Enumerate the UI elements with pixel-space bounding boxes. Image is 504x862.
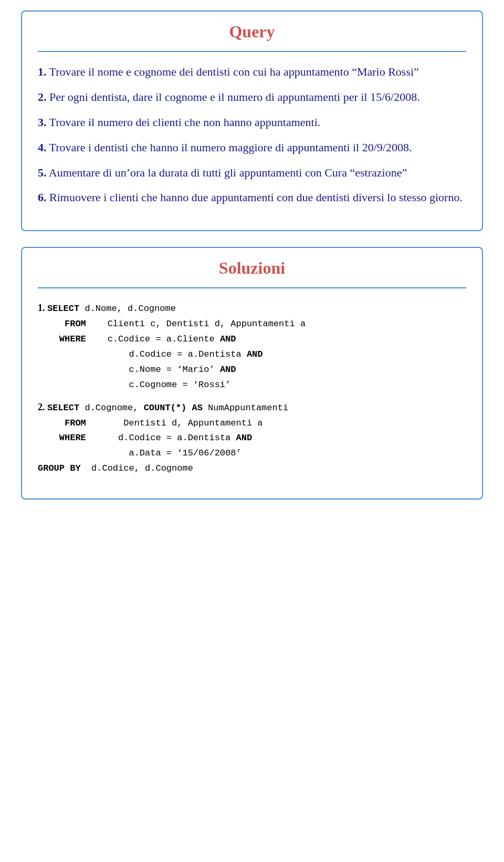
query-section: Query 1. Trovare il nome e cognome dei d…	[21, 11, 483, 231]
query-list: 1. Trovare il nome e cognome dei dentist…	[38, 64, 466, 206]
query-text-6: Rimuovere i clienti che hanno due appunt…	[49, 191, 463, 204]
query-num-3: 3.	[38, 116, 47, 129]
sol-1-from-content: Clienti c, Dentisti d, Appuntamenti a	[108, 319, 306, 329]
query-title: Query	[38, 22, 466, 41]
kw-where-2-pad	[38, 433, 59, 443]
sol-2-indent	[38, 448, 129, 458]
query-divider	[38, 51, 466, 52]
solution-1-line5: c.Nome = ‘Mario’ AND	[38, 362, 466, 378]
query-num-4: 4.	[38, 141, 47, 154]
solution-1: 1. SELECT d.Nome, d.Cognome FROM Clienti…	[38, 300, 466, 392]
solution-2: 2. SELECT d.Cognome, COUNT(*) AS NumAppu…	[38, 399, 466, 476]
solution-1-line6: c.Cognome = ‘Rossi’	[38, 378, 466, 393]
query-num-2: 2.	[38, 90, 47, 103]
query-item-2: 2. Per ogni dentista, dare il cognome e …	[38, 89, 466, 106]
query-item-1: 1. Trovare il nome e cognome dei dentist…	[38, 64, 466, 80]
sol-2-where-content: d.Codice = a.Dentista AND	[118, 433, 252, 443]
sol-2-groupby-content: d.Codice, d.Cognome	[91, 463, 193, 473]
kw-where-1: WHERE	[38, 332, 86, 347]
sol-num-2: 2.	[38, 402, 47, 412]
sol-num-1: 1.	[38, 303, 47, 313]
query-text-4: Trovare i dentisti che hanno il numero m…	[49, 141, 412, 154]
kw-from-2-pad	[38, 418, 65, 428]
query-text-5: Aumentare di un’ora la durata di tutti g…	[49, 166, 407, 179]
query-text-3: Trovare il numero dei clienti che non ha…	[49, 116, 321, 129]
query-text-1: Trovare il nome e cognome dei dentisti c…	[49, 65, 419, 78]
solution-2-from: FROM Dentisti d, Appuntamenti a	[38, 416, 466, 431]
sol-1-indent3	[38, 380, 129, 390]
query-text-2: Per ogni dentista, dare il cognome e il …	[49, 90, 420, 103]
query-item-3: 3. Trovare il numero dei clienti che non…	[38, 114, 466, 131]
sol-1-line6-content: c.Cognome = ‘Rossi’	[129, 380, 230, 390]
solution-2-header: 2. SELECT d.Cognome, COUNT(*) AS NumAppu…	[38, 399, 466, 416]
solution-2-where: WHERE d.Codice = a.Dentista AND	[38, 431, 466, 446]
solution-2-line4: a.Data = ‘15/06/2008’	[38, 446, 466, 461]
sol-2-from-content: Dentisti d, Appuntamenti a	[123, 418, 262, 428]
sol-1-select-content: d.Nome, d.Cognome	[85, 304, 175, 314]
solution-1-from: FROM Clienti c, Dentisti d, Appuntamenti…	[38, 317, 466, 332]
soluzioni-section: Soluzioni 1. SELECT d.Nome, d.Cognome FR…	[21, 247, 483, 500]
query-item-5: 5. Aumentare di un’ora la durata di tutt…	[38, 164, 466, 181]
query-item-6: 6. Rimuovere i clienti che hanno due app…	[38, 189, 466, 206]
sol-1-indent2	[38, 365, 129, 375]
soluzioni-title: Soluzioni	[38, 258, 466, 278]
sol-1-indent	[38, 349, 129, 359]
kw-select-1: SELECT	[47, 304, 79, 314]
query-num-6: 6.	[38, 191, 47, 204]
kw-from-2: FROM	[65, 418, 86, 428]
sol-2-select-content: d.Cognome, COUNT(*) AS NumAppuntamenti	[85, 403, 288, 413]
query-num-5: 5.	[38, 166, 47, 179]
sol-2-line4-content: a.Data = ‘15/06/2008’	[129, 448, 241, 458]
solution-2-groupby: GROUP BY d.Codice, d.Cognome	[38, 461, 466, 476]
code-block: 1. SELECT d.Nome, d.Cognome FROM Clienti…	[38, 300, 466, 476]
kw-select-2: SELECT	[47, 403, 79, 413]
sol-1-line5-content: c.Nome = ‘Mario’ AND	[129, 365, 236, 375]
soluzioni-divider	[38, 287, 466, 288]
query-num-1: 1.	[38, 65, 47, 78]
solution-1-header: 1. SELECT d.Nome, d.Cognome	[38, 300, 466, 317]
sol-1-where-content: c.Codice = a.Cliente AND	[108, 334, 236, 344]
solution-1-line4: d.Codice = a.Dentista AND	[38, 347, 466, 362]
kw-group-2: GROUP BY	[38, 463, 81, 473]
kw-where-2: WHERE	[59, 433, 86, 443]
query-item-4: 4. Trovare i dentisti che hanno il numer…	[38, 139, 466, 156]
page: Query 1. Trovare il nome e cognome dei d…	[0, 0, 504, 862]
kw-from-1: FROM	[38, 317, 86, 332]
solution-1-where: WHERE c.Codice = a.Cliente AND	[38, 332, 466, 347]
sol-1-line4-content: d.Codice = a.Dentista AND	[129, 349, 262, 359]
